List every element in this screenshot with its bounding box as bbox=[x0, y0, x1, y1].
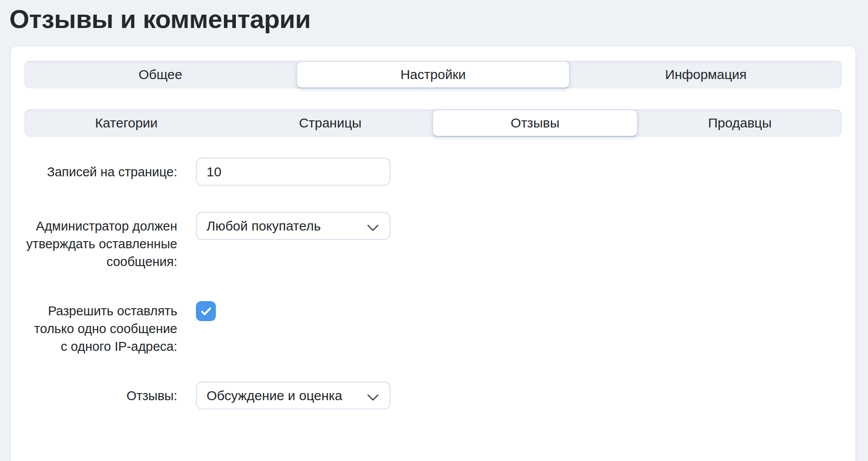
primary-tab-bar: Общее Настройки Информация bbox=[24, 61, 842, 88]
reviews-mode-selected-value: Обсуждение и оценка bbox=[207, 388, 342, 403]
admin-approve-selected-value: Любой покупатель bbox=[207, 219, 321, 234]
checkmark-icon bbox=[199, 304, 213, 318]
tab-pages[interactable]: Страницы bbox=[228, 109, 432, 137]
form-row-records-per-page: Записей на странице: bbox=[24, 158, 842, 186]
chevron-down-icon bbox=[367, 389, 379, 404]
tab-settings[interactable]: Настройки bbox=[296, 61, 570, 88]
admin-approve-select[interactable]: Любой покупатель bbox=[196, 212, 390, 240]
form-row-reviews-mode: Отзывы: Обсуждение и оценка bbox=[24, 382, 842, 409]
one-message-per-ip-checkbox[interactable] bbox=[196, 301, 216, 321]
reviews-mode-label: Отзывы: bbox=[24, 382, 177, 405]
page-title: Отзывы и комментарии bbox=[9, 4, 868, 35]
tab-reviews[interactable]: Отзывы bbox=[432, 109, 638, 137]
admin-approve-label: Администратор должен утверждать оставлен… bbox=[24, 212, 177, 270]
tab-general[interactable]: Общее bbox=[24, 61, 296, 88]
tab-categories[interactable]: Категории bbox=[24, 109, 228, 137]
records-per-page-input[interactable] bbox=[196, 158, 390, 186]
chevron-down-icon bbox=[367, 219, 379, 234]
tab-sellers[interactable]: Продавцы bbox=[638, 109, 842, 137]
one-message-per-ip-label: Разрешить оставлять только одно сообщени… bbox=[24, 297, 177, 355]
form-row-one-message-per-ip: Разрешить оставлять только одно сообщени… bbox=[24, 297, 842, 355]
reviews-mode-select[interactable]: Обсуждение и оценка bbox=[196, 382, 390, 409]
secondary-tab-bar: Категории Страницы Отзывы Продавцы bbox=[24, 109, 842, 137]
reviews-settings-form: Записей на странице: Администратор долже… bbox=[24, 158, 842, 409]
tab-information[interactable]: Информация bbox=[570, 61, 842, 88]
form-row-admin-approve: Администратор должен утверждать оставлен… bbox=[24, 212, 842, 270]
settings-panel: Общее Настройки Информация Категории Стр… bbox=[10, 46, 856, 461]
records-per-page-label: Записей на странице: bbox=[24, 158, 177, 181]
